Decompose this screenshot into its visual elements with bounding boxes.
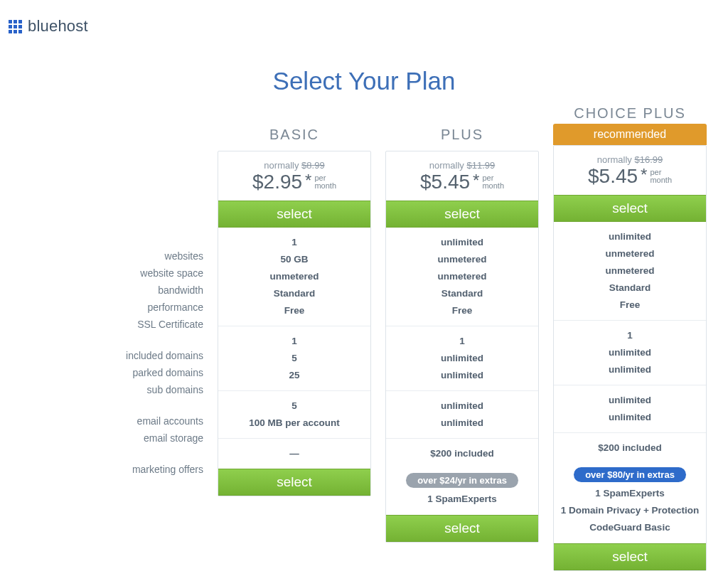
select-button[interactable]: select	[554, 543, 706, 570]
feature-labels: websiteswebsite spacebandwidthperformanc…	[40, 127, 203, 485]
select-button[interactable]: select	[218, 201, 370, 228]
feature-value: unmetered	[386, 268, 538, 285]
feature-value: unlimited	[554, 228, 706, 245]
extras-pill: over $24/yr in extras	[406, 473, 518, 488]
price: $5.45*permonth	[390, 171, 534, 193]
feature-value: unlimited	[554, 409, 706, 426]
logo-grid-icon	[9, 20, 22, 33]
price: $5.45*permonth	[558, 165, 702, 188]
extra-item: 1 Domain Privacy + Protection	[554, 502, 706, 519]
plan-name: CHOICE PLUS	[553, 105, 707, 124]
extra-item: 1 SpamExperts	[554, 485, 706, 502]
plans-container: websiteswebsite spacebandwidthperformanc…	[0, 127, 728, 571]
feature-value: $200 included	[386, 445, 538, 462]
feature-value: 5	[218, 398, 370, 415]
feature-value: 1	[386, 333, 538, 350]
feature-value: unmetered	[218, 268, 370, 285]
feature-value: unlimited	[386, 350, 538, 367]
feature-value: unlimited	[554, 361, 706, 378]
feature-value: unmetered	[386, 251, 538, 268]
extra-item: 1 SpamExperts	[386, 491, 538, 508]
plan-card: normally $16.99$5.45*permonthselectunlim…	[553, 145, 707, 571]
extra-item: CodeGuard Basic	[554, 519, 706, 536]
feature-value: unlimited	[386, 234, 538, 251]
select-button[interactable]: select	[218, 469, 370, 496]
extras-block: over $80/yr in extras1 SpamExperts1 Doma…	[554, 463, 706, 543]
feature-label: email accounts	[40, 412, 203, 430]
feature-value: unlimited	[386, 415, 538, 432]
feature-label: included domains	[40, 347, 203, 364]
feature-value: unlimited	[554, 344, 706, 361]
select-button[interactable]: select	[386, 201, 538, 228]
select-button[interactable]: select	[386, 515, 538, 542]
price: $2.95*permonth	[223, 171, 366, 193]
feature-value: unmetered	[554, 245, 706, 262]
feature-value: 1	[554, 327, 706, 344]
feature-value: Standard	[554, 279, 706, 297]
feature-value: 100 MB per account	[218, 415, 370, 432]
normal-price: normally $16.99	[558, 154, 702, 165]
feature-value: 1	[218, 234, 370, 251]
header: bluehost	[0, 0, 728, 47]
feature-label: website space	[40, 265, 203, 282]
feature-label: email storage	[40, 430, 203, 447]
select-button[interactable]: select	[554, 195, 706, 222]
feature-value: Standard	[218, 285, 370, 302]
feature-value: 50 GB	[218, 251, 370, 268]
brand-name: bluehost	[28, 17, 88, 36]
feature-label: marketing offers	[40, 461, 203, 478]
recommended-badge: recommended	[553, 124, 707, 145]
plan-plus: PLUSnormally $11.99$5.45*permonthselectu…	[385, 127, 539, 571]
feature-value: 25	[218, 367, 370, 384]
feature-label: parked domains	[40, 364, 203, 381]
feature-label: sub domains	[40, 381, 203, 398]
feature-value: unlimited	[386, 398, 538, 415]
feature-label: SSL Certificate	[40, 316, 203, 333]
feature-value: Free	[386, 302, 538, 319]
plan-basic: BASICnormally $8.99$2.95*permonthselect1…	[218, 127, 371, 571]
feature-value: 5	[218, 350, 370, 367]
plan-name: BASIC	[218, 127, 371, 145]
normal-price: normally $11.99	[390, 160, 534, 171]
feature-label: websites	[40, 247, 203, 265]
page-title: Select Your Plan	[0, 67, 728, 95]
feature-value: unlimited	[386, 367, 538, 384]
extras-block: over $24/yr in extras1 SpamExperts	[386, 469, 538, 515]
feature-value: 1	[218, 333, 370, 350]
feature-value: —	[218, 445, 370, 462]
feature-value: unlimited	[554, 392, 706, 409]
feature-label: performance	[40, 299, 203, 316]
feature-value: Standard	[386, 285, 538, 302]
plan-card: normally $8.99$2.95*permonthselect150 GB…	[218, 151, 371, 496]
feature-value: unmetered	[554, 262, 706, 279]
feature-label: bandwidth	[40, 282, 203, 299]
plan-card: normally $11.99$5.45*permonthselectunlim…	[385, 151, 539, 543]
extras-pill: over $80/yr in extras	[574, 467, 686, 482]
feature-value: Free	[554, 297, 706, 314]
plan-name: PLUS	[385, 127, 539, 145]
plan-choice-plus: CHOICE PLUSrecommendednormally $16.99$5.…	[553, 105, 707, 571]
feature-value: Free	[218, 302, 370, 319]
feature-value: $200 included	[554, 439, 706, 457]
normal-price: normally $8.99	[223, 160, 366, 171]
